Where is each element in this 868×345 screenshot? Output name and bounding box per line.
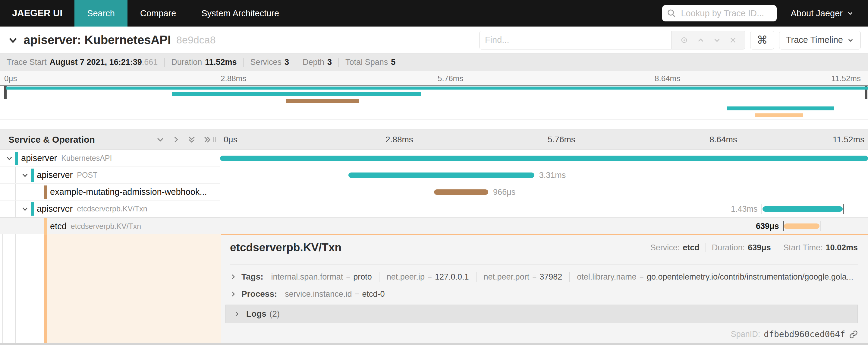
span-name-cell[interactable]: apiserver etcdserverpb.KV/Txn [0, 201, 220, 218]
section-expander-icon[interactable] [230, 291, 237, 297]
span-track[interactable] [220, 150, 868, 167]
divider [706, 243, 706, 252]
trace-id-short: 8e9dca8 [176, 34, 216, 46]
span-name-cell[interactable]: apiserver POST [0, 167, 220, 184]
divider [777, 243, 777, 252]
tag-item: otel.library.name = go.opentelemetry.io/… [569, 272, 853, 282]
tab-compare[interactable]: Compare [127, 0, 189, 27]
about-jaeger-menu[interactable]: About Jaeger [790, 8, 854, 19]
tag-value: 127.0.0.1 [435, 272, 469, 282]
chevron-down-icon [847, 37, 854, 44]
tag-key: net.peer.ip [387, 272, 425, 282]
divider [296, 58, 296, 67]
span-track[interactable]: 966μs [220, 184, 868, 201]
find-input[interactable] [479, 31, 671, 49]
span-row-etcd-txn-selected[interactable]: etcd etcdserverpb.KV/Txn 639μs [0, 218, 868, 234]
collapse-trace-icon[interactable] [8, 35, 18, 45]
span-operation-name: etcdserverpb.KV/Txn [71, 222, 141, 231]
span-expander-icon[interactable] [21, 205, 29, 213]
trace-lookup-box[interactable] [662, 5, 777, 21]
span-track[interactable]: 1.43ms [220, 201, 868, 218]
section-expander-icon[interactable] [230, 274, 237, 280]
chevron-down-icon[interactable] [713, 36, 721, 44]
trace-start-value: August 7 2021, 16:21:39 [50, 58, 142, 67]
process-label: Process: [241, 289, 277, 299]
span-color-bar [44, 218, 47, 235]
start-time-label: Start Time: [783, 243, 823, 252]
minimap-viewport-top [0, 85, 868, 86]
span-color-bar [44, 185, 47, 199]
span-expander-icon[interactable] [5, 154, 13, 162]
expand-all-icon[interactable] [203, 136, 212, 144]
minimap-span-bar[interactable] [755, 113, 803, 117]
span-expander-icon[interactable] [21, 171, 29, 179]
span-track[interactable]: 639μs [220, 218, 868, 235]
service-label: Service: [650, 243, 680, 252]
total-spans-label: Total Spans [345, 58, 388, 67]
start-time-value: 10.02ms [826, 243, 858, 252]
tree-controls [156, 136, 212, 144]
span-duration-bar[interactable]: 639μs [784, 224, 819, 229]
tag-key: internal.span.format [271, 272, 343, 282]
find-tools [671, 31, 745, 49]
app-brand: JAEGER UI [0, 8, 74, 19]
span-row-apiserver-post[interactable]: apiserver POST 3.31ms [0, 167, 868, 184]
trace-title: apiserver: KubernetesAPI [24, 33, 171, 47]
span-rows: apiserver KubernetesAPI apiserver POST [0, 150, 868, 234]
jaeger-trace-page: JAEGER UI Search Compare System Architec… [0, 0, 868, 345]
span-duration-bar[interactable]: 966μs [434, 190, 489, 195]
crosshair-icon[interactable] [680, 36, 688, 44]
services-value: 3 [284, 58, 289, 67]
span-row-apiserver-kubernetesapi[interactable]: apiserver KubernetesAPI [0, 150, 868, 167]
tag-item: net.peer.ip = 127.0.0.1 [379, 272, 469, 282]
section-expander-icon[interactable] [234, 311, 240, 317]
tab-system-architecture[interactable]: System Architecture [189, 0, 292, 27]
span-duration-bar[interactable]: 3.31ms [348, 173, 534, 178]
trace-minimap[interactable] [0, 85, 868, 119]
span-duration-label: 639μs [756, 222, 784, 231]
span-duration-bar[interactable]: 1.43ms [763, 206, 843, 212]
service-value: etcd [683, 243, 700, 252]
span-row-apiserver-txn[interactable]: apiserver etcdserverpb.KV/Txn 1.43ms [0, 201, 868, 218]
expand-one-icon[interactable] [172, 136, 180, 144]
logs-row[interactable]: Logs (2) [225, 305, 858, 323]
minimap-span-bar[interactable] [172, 92, 421, 96]
minimap-span-bar[interactable] [6, 87, 868, 90]
minimap-span-bar[interactable] [727, 107, 834, 110]
tag-item: net.peer.port = 37982 [476, 272, 562, 282]
minimap-span-bar[interactable] [286, 99, 359, 103]
command-icon[interactable]: ⌘ [750, 31, 774, 50]
trace-start-label: Trace Start [7, 58, 47, 67]
tag-value: proto [353, 272, 372, 282]
find-bar [479, 31, 745, 50]
equals-sign: = [355, 290, 359, 298]
timeline-tick-4: 11.52ms [833, 135, 864, 144]
axis-tick-3: 8.64ms [655, 74, 680, 83]
column-resize-grip[interactable] [212, 136, 217, 144]
collapse-one-icon[interactable] [156, 136, 164, 144]
tab-search[interactable]: Search [74, 0, 127, 27]
span-detail-panel: etcdserverpb.KV/Txn Service: etcd Durati… [221, 234, 868, 345]
span-service-name: apiserver [37, 170, 73, 180]
services-label: Services [250, 58, 281, 67]
trace-lookup-input[interactable] [680, 8, 772, 19]
chevron-up-icon[interactable] [697, 36, 705, 44]
timeline-tick-2: 5.76ms [548, 135, 575, 144]
span-track[interactable]: 3.31ms [220, 167, 868, 184]
page-bottom-edge [0, 343, 868, 345]
span-name-cell[interactable]: etcd etcdserverpb.KV/Txn [0, 218, 220, 235]
view-selector-button[interactable]: Trace Timeline [779, 31, 861, 50]
logs-count: (2) [270, 309, 280, 319]
link-icon[interactable] [849, 330, 858, 339]
span-row-webhook[interactable]: example-mutating-admission-webhook... 96… [0, 184, 868, 201]
detail-divider [230, 264, 858, 264]
span-name-cell[interactable]: example-mutating-admission-webhook... [0, 184, 220, 201]
close-icon[interactable] [730, 36, 737, 44]
span-name-cell[interactable]: apiserver KubernetesAPI [0, 150, 220, 167]
duration-label: Duration [171, 58, 202, 67]
tags-row[interactable]: Tags: internal.span.format = proto net.p… [230, 268, 858, 286]
timeline-tick-3: 8.64ms [710, 135, 737, 144]
process-row[interactable]: Process: service.instance.id = etcd-0 [230, 286, 858, 303]
collapse-all-icon[interactable] [187, 136, 196, 144]
span-duration-bar[interactable] [220, 155, 868, 161]
